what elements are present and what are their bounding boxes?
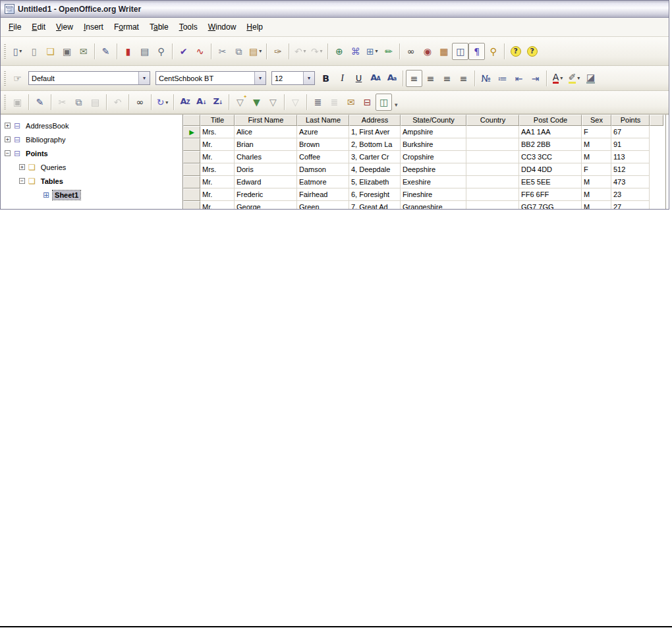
apply-filter-button[interactable]: ▼: [248, 94, 265, 111]
toolbar-grip[interactable]: [4, 71, 6, 86]
highlighting-button-dropdown[interactable]: ▾: [577, 75, 580, 81]
table-cell[interactable]: GG7 7GG: [519, 201, 582, 209]
row-selector-cell[interactable]: [183, 201, 200, 209]
table-cell[interactable]: Mr.: [200, 176, 235, 188]
new-blank-document-button[interactable]: ▯: [26, 43, 42, 60]
expand-plus-icon[interactable]: +: [19, 164, 25, 170]
find-replace-button[interactable]: ∞: [403, 43, 419, 60]
table-cell[interactable]: Edward: [235, 176, 297, 188]
column-header-sex[interactable]: Sex: [582, 115, 611, 126]
menu-file[interactable]: File: [3, 20, 26, 34]
table-cell[interactable]: BB2 2BB: [519, 138, 582, 151]
menu-format[interactable]: Format: [109, 20, 144, 34]
bold-button[interactable]: B: [318, 70, 334, 87]
paste-button[interactable]: ▤▾: [247, 43, 264, 60]
table-cell[interactable]: Damson: [297, 163, 349, 176]
print-button[interactable]: ▤: [136, 43, 153, 60]
table-cell[interactable]: Deepshire: [401, 163, 466, 176]
cut-button[interactable]: ✂: [214, 43, 231, 60]
align-center-button[interactable]: ≡: [422, 70, 439, 87]
insert-table-button[interactable]: ⊞▾: [364, 43, 380, 60]
tree-item-points[interactable]: −⊟Points: [5, 146, 182, 160]
help-button[interactable]: ?: [507, 43, 524, 60]
tree-item-tables[interactable]: −❏Tables: [5, 174, 182, 188]
autofilter-button[interactable]: ▽: [232, 94, 248, 111]
expand-plus-icon[interactable]: +: [5, 123, 11, 129]
data-sources-button[interactable]: ◫: [452, 43, 468, 60]
table-cell[interactable]: Mr.: [200, 201, 235, 209]
table-cell[interactable]: Exeshire: [401, 176, 466, 188]
sort-ascending-button[interactable]: A↓: [193, 94, 210, 111]
row-selector-cell[interactable]: [183, 151, 200, 163]
font-size-combo-arrow[interactable]: ▾: [303, 72, 314, 84]
background-color-button[interactable]: ◪: [582, 70, 599, 87]
table-cell[interactable]: [466, 176, 519, 188]
table-cell[interactable]: Charles: [235, 151, 297, 163]
table-cell[interactable]: 91: [611, 138, 650, 151]
row-selector-cell[interactable]: [183, 176, 200, 188]
find-record-button[interactable]: ∞: [132, 94, 148, 111]
table-cell[interactable]: Mrs.: [200, 126, 235, 138]
table-cell[interactable]: CC3 3CC: [519, 151, 582, 163]
edit-data-button[interactable]: ✎: [32, 94, 48, 111]
data-to-text-button[interactable]: ≣: [310, 94, 326, 111]
styles-and-formatting-button[interactable]: ☞: [9, 70, 26, 87]
formatting-marks-button[interactable]: ¶: [468, 43, 485, 60]
copy-button[interactable]: ⧉: [231, 43, 247, 60]
hyperlink-button[interactable]: ⊕: [331, 43, 347, 60]
row-selector-header[interactable]: [183, 115, 200, 126]
column-header-country[interactable]: Country: [466, 115, 519, 126]
table-cell[interactable]: F: [582, 163, 611, 176]
table-cell[interactable]: Frederic: [235, 188, 297, 201]
align-left-button[interactable]: ≡: [406, 70, 422, 87]
table-cell[interactable]: Cropshire: [401, 151, 466, 163]
table-cell[interactable]: M: [582, 188, 611, 201]
document-data-source-button[interactable]: ⊟: [359, 94, 376, 111]
clipped-edge-button[interactable]: ?: [524, 43, 540, 60]
font-name-combo[interactable]: CentSchbook BT▾: [155, 71, 266, 85]
save-button[interactable]: ▣: [59, 43, 75, 60]
toolbar-grip[interactable]: [4, 95, 6, 109]
table-cell[interactable]: 1, First Aver: [349, 126, 401, 138]
menu-help[interactable]: Help: [241, 20, 268, 34]
table-cell[interactable]: Mr.: [200, 138, 235, 151]
column-header-address[interactable]: Address: [349, 115, 401, 126]
paste-record-button[interactable]: ▤: [87, 94, 103, 111]
font-color-button[interactable]: A▾: [549, 70, 566, 87]
redo-button-dropdown[interactable]: ▾: [320, 48, 323, 54]
table-cell[interactable]: Brian: [235, 138, 297, 151]
table-cell[interactable]: 23: [611, 188, 650, 201]
table-cell[interactable]: AA1 1AA: [519, 126, 582, 138]
table-cell[interactable]: Brown: [297, 138, 349, 151]
row-selector-cell[interactable]: ▶: [183, 126, 200, 138]
table-cell[interactable]: F: [582, 126, 611, 138]
column-header-points[interactable]: Points: [611, 115, 650, 126]
decrease-indent-button[interactable]: ⇤: [511, 70, 527, 87]
table-cell[interactable]: Fairhead: [297, 188, 349, 201]
tree-item-queries[interactable]: +❏Queries: [5, 160, 182, 174]
menu-view[interactable]: View: [51, 20, 78, 34]
new-document-button[interactable]: ▯▾: [9, 43, 26, 60]
export-pdf-button[interactable]: ▮: [120, 43, 136, 60]
row-selector-cell[interactable]: [183, 138, 200, 151]
table-cell[interactable]: M: [582, 151, 611, 163]
zoom-button[interactable]: ⚲: [485, 43, 501, 60]
title-bar[interactable]: Untitled1 - OpenOffice.org Writer: [1, 1, 669, 18]
table-cell[interactable]: M: [582, 138, 611, 151]
paragraph-style-combo[interactable]: Default▾: [28, 71, 150, 85]
email-document-button[interactable]: ✉: [75, 43, 92, 60]
menu-window[interactable]: Window: [203, 20, 242, 34]
table-cell[interactable]: Mr.: [200, 151, 235, 163]
table-cell[interactable]: 113: [611, 151, 650, 163]
table-cell[interactable]: EE5 5EE: [519, 176, 582, 188]
column-header-last-name[interactable]: Last Name: [297, 115, 349, 126]
table-cell[interactable]: M: [582, 201, 611, 209]
table-cell[interactable]: Doris: [235, 163, 297, 176]
undo-button-dropdown[interactable]: ▾: [304, 48, 306, 54]
navigator-button[interactable]: ◉: [419, 43, 435, 60]
font-size-combo[interactable]: 12▾: [271, 71, 315, 85]
refresh-button[interactable]: ↻▾: [154, 94, 171, 111]
format-paintbrush-button[interactable]: ✑: [269, 43, 286, 60]
column-header-first-name[interactable]: First Name: [235, 115, 297, 126]
row-selector-cell[interactable]: [183, 188, 200, 201]
